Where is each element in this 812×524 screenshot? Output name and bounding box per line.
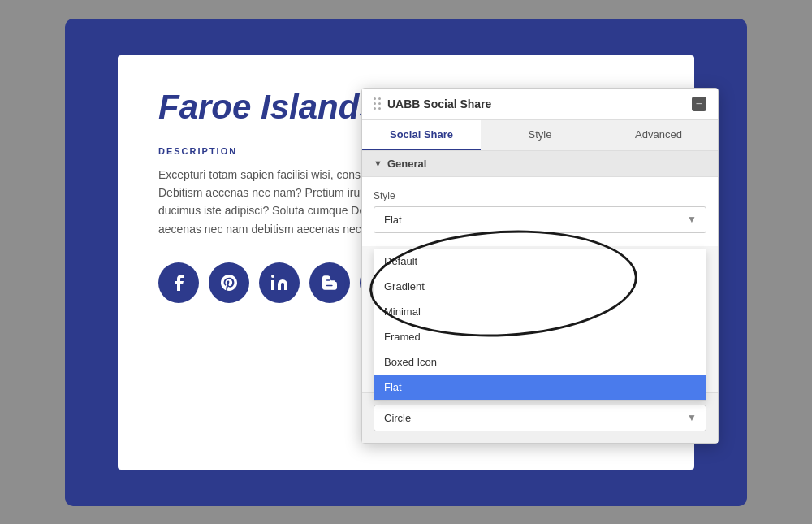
dropdown-item-flat[interactable]: Flat [374, 375, 706, 400]
dropdown-item-framed[interactable]: Framed [374, 324, 706, 349]
dropdown-item-default[interactable]: Default [374, 249, 706, 274]
style-select-wrapper: Flat ▼ Default Gradient Minimal Framed B… [374, 206, 706, 233]
outer-card: Faroe Islands DESCRIPTION Excepturi tota… [65, 19, 747, 506]
drag-handle[interactable] [374, 97, 381, 110]
general-section-header[interactable]: ▼ General [362, 151, 718, 177]
section-title: General [387, 158, 426, 170]
panel-tabs: Social Share Style Advanced [362, 120, 718, 151]
dropdown-item-gradient[interactable]: Gradient [374, 274, 706, 299]
dropdown-item-minimal[interactable]: Minimal [374, 299, 706, 324]
tab-social-share[interactable]: Social Share [362, 120, 481, 150]
social-icon-facebook[interactable] [158, 262, 199, 303]
tab-style[interactable]: Style [481, 120, 599, 150]
social-icon-blogger[interactable] [309, 262, 350, 303]
panel-minimize-button[interactable] [692, 97, 706, 111]
panel-header-left: UABB Social Share [374, 97, 491, 110]
circle-select-wrapper: Circle ▼ [374, 405, 706, 431]
tab-advanced[interactable]: Advanced [599, 120, 718, 150]
circle-select[interactable]: Circle [374, 405, 706, 431]
style-dropdown[interactable]: Default Gradient Minimal Framed Boxed Ic… [374, 249, 706, 401]
panel-title: UABB Social Share [387, 97, 491, 110]
section-toggle-icon: ▼ [374, 158, 382, 168]
style-field-label: Style [374, 190, 706, 201]
social-icon-pinterest[interactable] [209, 262, 249, 303]
style-select[interactable]: Flat [374, 206, 706, 233]
panel-header: UABB Social Share [362, 89, 718, 120]
settings-panel: UABB Social Share Social Share Style Adv… [361, 88, 719, 444]
dropdown-item-boxed-icon[interactable]: Boxed Icon [374, 349, 706, 375]
inner-card: Faroe Islands DESCRIPTION Excepturi tota… [118, 55, 694, 470]
panel-body: Style Flat ▼ Default Gradient Minimal Fr… [362, 177, 718, 246]
social-icon-linkedin[interactable] [259, 262, 300, 303]
svg-point-0 [271, 275, 274, 278]
